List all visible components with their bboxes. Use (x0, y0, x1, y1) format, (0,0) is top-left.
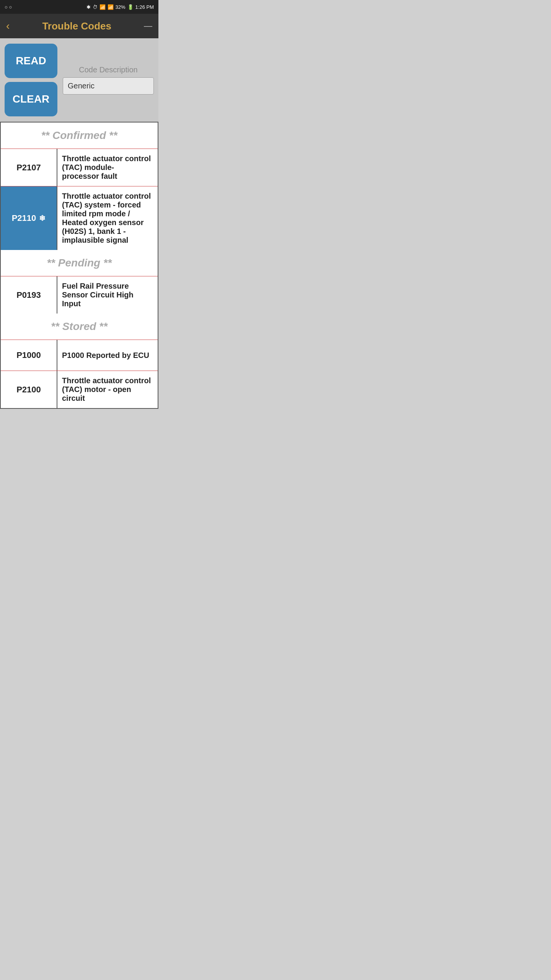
section-header-pending: ** Pending ** (1, 250, 158, 276)
table-row[interactable]: P2107Throttle actuator control (TAC) mod… (1, 149, 158, 186)
description-cell: Throttle actuator control (TAC) motor - … (57, 371, 158, 408)
table-row[interactable]: P2100Throttle actuator control (TAC) mot… (1, 371, 158, 408)
code-cell: P2100 (1, 371, 57, 408)
page-title: Trouble Codes (42, 20, 111, 32)
section-title-stored: ** Stored ** (51, 320, 108, 332)
alarm-icon: ⏱ (93, 4, 98, 10)
description-cell: Fuel Rail Pressure Sensor Circuit High I… (57, 276, 158, 314)
minimize-button[interactable]: — (144, 22, 152, 30)
notification-dots: ○ ○ (5, 4, 12, 10)
back-button[interactable]: ‹ (6, 20, 10, 32)
section-title-pending: ** Pending ** (47, 257, 112, 269)
controls-area: READ CLEAR Code Description Generic (0, 38, 158, 122)
signal-icon: 📶 (108, 4, 114, 10)
section-header-confirmed: ** Confirmed ** (1, 122, 158, 149)
nav-bar: ‹ Trouble Codes — (0, 14, 158, 38)
read-button[interactable]: READ (5, 44, 57, 78)
description-cell: Throttle actuator control (TAC) module- … (57, 149, 158, 186)
clear-button[interactable]: CLEAR (5, 82, 57, 116)
code-cell: P2110 ❄ (1, 186, 57, 250)
clock: 1:26 PM (135, 4, 154, 10)
battery-level: 32% (116, 4, 126, 10)
status-right: ✱ ⏱ 📶 📶 32% 🔋 1:26 PM (86, 4, 154, 10)
code-description-value[interactable]: Generic (63, 77, 154, 95)
section-title-confirmed: ** Confirmed ** (41, 129, 117, 141)
code-cell: P1000 (1, 340, 57, 371)
code-description-label: Code Description (63, 65, 154, 74)
battery-icon: 🔋 (127, 4, 134, 10)
freeze-frame-icon: ❄ (39, 214, 46, 223)
status-left: ○ ○ (5, 4, 12, 10)
table-row[interactable]: P0193Fuel Rail Pressure Sensor Circuit H… (1, 276, 158, 314)
code-cell: P2107 (1, 149, 57, 186)
codes-table: ** Confirmed **P2107Throttle actuator co… (0, 122, 158, 409)
status-bar: ○ ○ ✱ ⏱ 📶 📶 32% 🔋 1:26 PM (0, 0, 158, 14)
action-buttons: READ CLEAR (5, 44, 57, 116)
description-cell: Throttle actuator control (TAC) system -… (57, 186, 158, 250)
code-cell: P0193 (1, 276, 57, 314)
table-row[interactable]: P1000P1000 Reported by ECU (1, 340, 158, 371)
section-header-stored: ** Stored ** (1, 314, 158, 340)
code-description-area: Code Description Generic (63, 65, 154, 95)
table-row[interactable]: P2110 ❄Throttle actuator control (TAC) s… (1, 186, 158, 250)
description-cell: P1000 Reported by ECU (57, 340, 158, 371)
wifi-icon: 📶 (99, 4, 106, 10)
bluetooth-icon: ✱ (86, 4, 91, 10)
